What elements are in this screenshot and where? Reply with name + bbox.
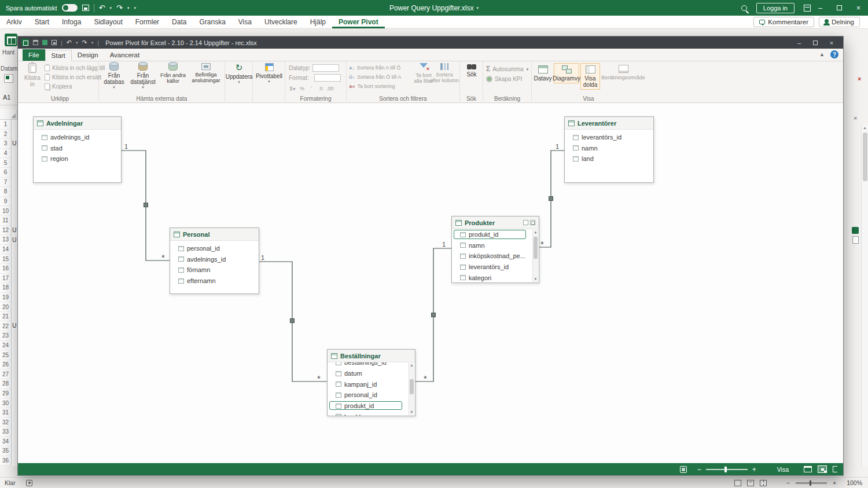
field-row[interactable]: region	[34, 153, 121, 164]
page-layout-view-icon[interactable]	[747, 480, 754, 486]
tab-sidlayout[interactable]: Sidlayout	[87, 16, 128, 28]
data-view-button[interactable]: Datavy	[533, 63, 553, 83]
table-maximize-icon[interactable]	[530, 220, 535, 225]
pp-tab-file[interactable]: File	[23, 49, 45, 61]
accessibility-icon[interactable]	[26, 480, 32, 486]
normal-view-icon[interactable]	[734, 480, 741, 486]
thousands-separator-button[interactable]: ’	[307, 85, 315, 93]
row-header[interactable]: 33	[0, 427, 11, 437]
field-row[interactable]: avdelnings_id	[34, 132, 121, 143]
row-header[interactable]: 4	[0, 149, 11, 159]
undo-caret-icon[interactable]: ▾	[110, 6, 112, 10]
from-data-service-button[interactable]: Från datatjänst ▼	[129, 63, 157, 90]
clipped-field-row[interactable]: beställnings_id	[328, 362, 409, 368]
zoom-out-icon[interactable]: −	[786, 479, 790, 486]
tab-visa[interactable]: Visa	[232, 16, 258, 28]
row-header[interactable]: 12	[0, 226, 11, 236]
table-header[interactable]: Leverantörer	[565, 117, 653, 130]
document-title[interactable]: Power Query Uppgifter.xlsx ▾	[347, 0, 521, 16]
table-scrollbar[interactable]: ▲ ▼	[409, 363, 414, 415]
row-header[interactable]: 15	[0, 254, 11, 264]
power-pivot-app-icon[interactable]	[21, 39, 29, 46]
existing-connections-button[interactable]: Befintliga anslutningar	[188, 63, 224, 83]
row-header[interactable]: 28	[0, 379, 11, 389]
tab-data[interactable]: Data	[165, 16, 193, 28]
pp-minimize-button[interactable]: –	[791, 36, 807, 49]
row-header[interactable]: 9	[0, 197, 11, 207]
increase-decimal-button[interactable]: .00	[326, 85, 334, 93]
pivottable-button[interactable]: Pivottabell ▼	[256, 63, 282, 84]
row-header[interactable]: 2	[0, 130, 11, 140]
row-header[interactable]: 35	[0, 446, 11, 456]
qat-save-icon[interactable]	[52, 40, 57, 45]
row-header[interactable]: 16	[0, 264, 11, 274]
row-header[interactable]: 19	[0, 293, 11, 303]
paste-replace-button[interactable]: Klistra in och ersätt	[45, 74, 101, 80]
sort-za-button[interactable]: Ö↓Sortera från Ö till A	[349, 74, 401, 80]
scroll-up-icon[interactable]: ▲	[533, 230, 538, 235]
field-row[interactable]: inköpskostnad_pe...	[452, 251, 533, 262]
diagram-table-personal[interactable]: Personal personal_id avdelnings_id förna…	[170, 228, 259, 294]
diagram-zoom-thumb[interactable]	[724, 467, 727, 472]
tab-formler[interactable]: Formler	[129, 16, 165, 28]
tab-arkiv[interactable]: Arkiv	[0, 16, 28, 28]
search-icon[interactable]	[741, 5, 747, 11]
partial-icon[interactable]	[833, 466, 837, 472]
undo-icon[interactable]: ↶	[99, 4, 105, 12]
row-header[interactable]: 27	[0, 369, 11, 379]
comments-button[interactable]: Kommentarer	[753, 17, 814, 27]
zoom-out-icon[interactable]: −	[697, 465, 701, 474]
row-header[interactable]: 20	[0, 302, 11, 312]
tab-utvecklare[interactable]: Utvecklare	[258, 16, 304, 28]
table-scrollbar[interactable]: ▲ ▼	[532, 230, 538, 282]
undo-caret-icon[interactable]: ▾	[76, 41, 78, 45]
qat-grid-icon[interactable]	[33, 40, 38, 45]
row-header[interactable]: 30	[0, 398, 11, 408]
pp-tab-start[interactable]: Start	[45, 50, 72, 61]
from-database-button[interactable]: Från databas ▼	[101, 63, 127, 90]
percent-format-button[interactable]: %	[298, 85, 306, 93]
redo-caret-icon[interactable]: ▾	[127, 6, 130, 10]
select-all-corner[interactable]	[0, 109, 17, 120]
minimize-button[interactable]: –	[811, 0, 830, 16]
field-row[interactable]: leverantörs_id	[565, 132, 653, 143]
close-button[interactable]: ×	[849, 0, 868, 16]
diagram-table-avdelningar[interactable]: Avdelningar avdelnings_id stad region	[33, 116, 122, 183]
ribbon-remove-icon[interactable]: ×	[858, 75, 861, 82]
paste-append-button[interactable]: Klistra in och lägg till	[45, 65, 105, 71]
currency-format-button[interactable]: $▼	[289, 85, 297, 93]
row-header[interactable]: 14	[0, 245, 11, 255]
scroll-down-icon[interactable]: ▼	[533, 277, 538, 282]
redo-icon[interactable]: ↷	[116, 4, 123, 12]
row-header[interactable]: 3	[0, 139, 11, 149]
vertical-scrollbar[interactable]: ▲	[861, 124, 868, 466]
data-view-switch-icon[interactable]	[804, 466, 812, 472]
row-header[interactable]: 10	[0, 206, 11, 216]
help-icon[interactable]: ?	[830, 50, 838, 58]
zoom-slider[interactable]	[796, 482, 827, 484]
scroll-down-icon[interactable]: ▼	[409, 410, 414, 415]
paste-button[interactable]: Klistra in	[23, 63, 42, 87]
create-kpi-button[interactable]: Skapa KPI	[486, 76, 522, 82]
row-header[interactable]: 21	[0, 312, 11, 322]
clear-sort-button[interactable]: A×Ta bort sortering	[349, 83, 395, 89]
show-hidden-button[interactable]: Visa dolda	[580, 63, 600, 90]
row-header[interactable]: 25	[0, 350, 11, 360]
scroll-up-icon[interactable]: ▲	[409, 363, 414, 368]
format-combo[interactable]	[314, 74, 341, 82]
field-row[interactable]: förnamn	[170, 265, 259, 276]
qat-diagram-icon[interactable]	[42, 40, 47, 45]
qat-customize-caret-icon[interactable]: ▾	[134, 6, 137, 10]
row-header[interactable]: 24	[0, 341, 11, 351]
table-header[interactable]: Avdelningar	[34, 117, 121, 130]
table-restore-icon[interactable]	[523, 220, 528, 225]
field-row[interactable]: kampanj_id	[328, 379, 409, 390]
find-button[interactable]: Sök	[462, 64, 481, 78]
scrollbar-thumb[interactable]	[410, 379, 414, 394]
autosave-toggle[interactable]	[62, 4, 78, 12]
row-header[interactable]: 22	[0, 321, 11, 331]
page-break-view-icon[interactable]	[760, 480, 767, 486]
autosum-button[interactable]: ΣAutosumma▼	[486, 65, 529, 72]
row-header[interactable]: 31	[0, 408, 11, 418]
calculation-area-button[interactable]: Beräkningsområde	[601, 65, 645, 80]
